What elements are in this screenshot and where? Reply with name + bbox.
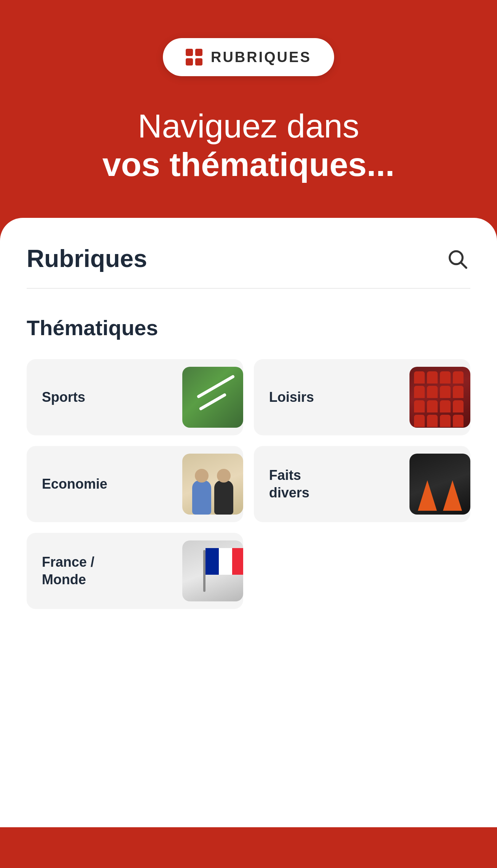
category-image-sports [182, 367, 243, 428]
svg-line-1 [461, 263, 466, 268]
category-label-loisirs: Loisirs [269, 388, 409, 406]
rubriques-badge[interactable]: RUBRIQUES [163, 38, 334, 76]
category-image-economie [182, 454, 243, 515]
categories-grid: Sports Loisirs Economie [27, 359, 470, 609]
category-economie[interactable]: Economie [27, 446, 243, 522]
hero-line1: Naviguez dans [102, 107, 395, 145]
content-card: Rubriques Thématiques Sports Loisirs [0, 218, 497, 827]
category-label-sports: Sports [42, 388, 182, 406]
category-label-economie: Economie [42, 475, 182, 493]
hero-line2: vos thématiques... [102, 145, 395, 184]
category-label-france-monde: France /Monde [42, 553, 182, 589]
category-image-loisirs [409, 367, 470, 428]
category-faits-divers[interactable]: Faitsdivers [254, 446, 470, 522]
hero-section: Naviguez dans vos thématiques... [80, 107, 417, 184]
search-button[interactable] [444, 245, 470, 272]
category-label-faits-divers: Faitsdivers [269, 467, 409, 502]
category-sports[interactable]: Sports [27, 359, 243, 435]
card-title: Rubriques [27, 245, 147, 273]
category-image-faits-divers [409, 454, 470, 515]
card-header: Rubriques [27, 245, 470, 289]
category-loisirs[interactable]: Loisirs [254, 359, 470, 435]
category-france-monde[interactable]: France /Monde [27, 533, 243, 609]
grid-icon [186, 49, 202, 66]
category-image-france-monde [182, 540, 243, 601]
search-icon [446, 248, 468, 270]
badge-label: RUBRIQUES [211, 49, 311, 66]
section-title: Thématiques [27, 315, 470, 340]
